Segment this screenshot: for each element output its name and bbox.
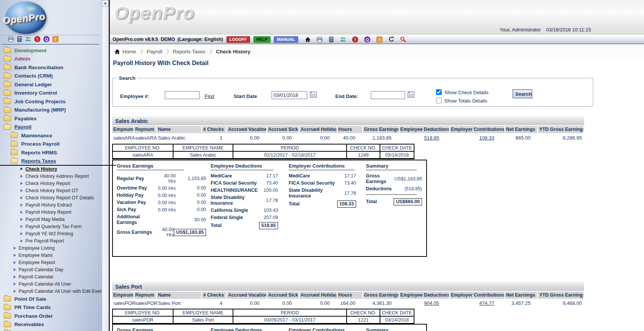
sidebar-item-point-of-sale[interactable]: Point Of Sale	[0, 295, 102, 303]
sidebar-item-payroll-ye-w2-printing[interactable]: Payroll YE W2 Printing	[0, 230, 102, 237]
printer-icon[interactable]	[316, 36, 323, 43]
boxed-total: US$665.00	[394, 198, 422, 205]
table-cell: 0.00	[267, 300, 299, 307]
sidebar-item-pr-time-cards[interactable]: PR Time Cards	[0, 303, 102, 312]
breadcrumb-item-home[interactable]: Home	[114, 49, 136, 54]
question-icon[interactable]: Q	[43, 36, 50, 42]
end-date-input[interactable]	[371, 91, 405, 99]
sidebar-item-label: Development	[14, 48, 47, 53]
help-button[interactable]: HELP	[253, 36, 270, 43]
check-cell: 03/14/2018	[380, 151, 414, 159]
detail-label: Holiday Pay	[117, 193, 156, 198]
section-title: Sales Port	[115, 284, 142, 290]
toolbar-icons: !Q!	[305, 36, 406, 43]
drill-down-link[interactable]: 518.85	[424, 135, 439, 141]
sidebar-item-inventory-control[interactable]: Inventory Control	[0, 89, 102, 98]
alert-icon[interactable]: !	[34, 36, 41, 42]
sidebar-item-check-history-report[interactable]: Check History Report	[0, 180, 102, 187]
detail-amount: 0.00	[176, 207, 206, 213]
sidebar-item-payroll-calendar-day[interactable]: Payroll Calendar Day	[0, 266, 102, 273]
manual-button[interactable]: MANUAL	[274, 36, 298, 43]
table-cell: 0.00	[300, 134, 337, 141]
sidebar-item-admin[interactable]: Admin	[0, 55, 102, 64]
sidebar-item-employee-listing[interactable]: Employee Listing	[0, 244, 102, 252]
sidebar-item-payables[interactable]: Payables	[0, 114, 102, 123]
summary-divider	[366, 194, 417, 195]
question-icon[interactable]: Q	[364, 36, 370, 43]
home-icon[interactable]	[305, 37, 311, 42]
sidebar-item-pre-payroll-report[interactable]: Pre Payroll Report	[0, 237, 102, 244]
sidebar-item-label: Check History Report OT Details	[25, 195, 94, 200]
sidebar-item-bank-reconciliation[interactable]: Bank Reconciliation	[0, 63, 102, 72]
folder-icon	[4, 313, 11, 319]
sidebar-item-payroll-calendar[interactable]: Payroll Calendar	[0, 273, 102, 280]
sidebar-item-label: Payables	[14, 116, 37, 121]
sidebar-item-check-history-report-ot[interactable]: Check History Report OT	[0, 187, 102, 194]
sidebar-item-purchase-order[interactable]: Purchase Order	[0, 312, 102, 320]
sidebar-item-contacts-crm-[interactable]: Contacts (CRM)	[0, 72, 102, 81]
sidebar-item-job-costing-projects[interactable]: Job Costing Projects	[0, 97, 102, 106]
calculator-icon[interactable]	[328, 37, 334, 42]
breadcrumb-item-check-history[interactable]: Check History	[216, 49, 250, 54]
sidebar-item-receivables[interactable]: Receivables	[0, 320, 102, 329]
folder-icon	[4, 90, 11, 96]
printer-icon[interactable]	[8, 36, 14, 42]
sidebar-item-manufacturing-mrp-[interactable]: Manufacturing (MRP)	[0, 106, 102, 115]
sidebar-item[interactable]	[0, 329, 102, 331]
sidebar-item-payroll-quarterly-tax-form[interactable]: Payroll Quarterly Tax Form	[0, 223, 102, 230]
sidebar-item-reports-taxes[interactable]: Reports Taxes	[0, 157, 102, 166]
calendar-icon[interactable]	[310, 91, 317, 99]
sidebar-item-process-payroll[interactable]: Process Payroll	[0, 140, 102, 149]
drill-down-link[interactable]: 108.33	[479, 135, 494, 141]
breadcrumb-label: Check History	[216, 49, 250, 54]
sidebar-item-check-history[interactable]: Check History	[0, 165, 102, 172]
breadcrumb-item-payroll[interactable]: Payroll	[147, 49, 162, 54]
breadcrumb-item-reports-taxes[interactable]: Reports Taxes	[173, 49, 205, 54]
users-icon[interactable]	[25, 36, 31, 42]
drill-down-link[interactable]: 904.05	[424, 300, 439, 306]
detail-amount: US$1,183.85	[394, 176, 422, 182]
users-icon[interactable]	[340, 36, 346, 43]
drill-down-link[interactable]: 474.77	[479, 300, 494, 306]
sidebar-item-payroll-history-extract[interactable]: Payroll History Extract	[0, 201, 102, 208]
sidebar-item-label: Payroll Calendar Day	[19, 267, 63, 272]
breadcrumb-label: Payroll	[147, 49, 162, 54]
folder-icon	[4, 65, 11, 70]
scroll-up-arrow-icon[interactable]	[102, 0, 109, 6]
show-totals-details-checkbox[interactable]	[436, 98, 442, 103]
detail-column-deductions: Employee DeductionsMediCare17.17FICA Soc…	[211, 163, 278, 231]
sidebar-item-check-history-address-report[interactable]: Check History Address Report	[0, 172, 102, 180]
refresh-icon[interactable]	[388, 36, 394, 42]
sidebar-item-payroll[interactable]: Payroll	[0, 123, 102, 132]
sidebar-item-employee-maint[interactable]: Employee Maint	[0, 252, 102, 259]
search-icon[interactable]	[400, 36, 406, 42]
sidebar-item-maintenance[interactable]: Maintenance	[0, 131, 102, 140]
sidebar-item-employee-report[interactable]: Employee Report	[0, 259, 102, 266]
logoff-button[interactable]: LOGOFF	[227, 36, 250, 43]
openpro-logo[interactable]: OpenPro	[5, 2, 46, 34]
sidebar-item-development[interactable]: Development	[0, 46, 102, 55]
alert-icon[interactable]: !	[352, 36, 358, 43]
sidebar-item-payroll-calendar-all-user[interactable]: Payroll Calendar All User	[0, 280, 102, 287]
find-link[interactable]: Find	[205, 93, 214, 99]
detail-column-header: Employer Contributions	[289, 327, 355, 331]
search-button[interactable]: Search	[513, 89, 532, 98]
start-date-input[interactable]	[272, 91, 307, 99]
show-check-details-checkbox[interactable]	[436, 89, 442, 95]
sidebar-item-payroll-calendar-all-user-with-edit-event[interactable]: Payroll Calendar All User with Edit Even…	[0, 287, 102, 295]
detail-amount: 1,153.85	[176, 176, 206, 182]
sidebar-item-payroll-history-report[interactable]: Payroll History Report	[0, 208, 102, 216]
employee-number-input[interactable]	[165, 91, 200, 99]
sidebar-item-reports-hrms[interactable]: Reports HRMS	[0, 148, 102, 157]
sidebar-item-label: Payroll Mag Media	[25, 217, 65, 222]
calendar-icon[interactable]	[408, 91, 414, 99]
info-icon[interactable]: !	[52, 36, 59, 42]
info-icon[interactable]: !	[376, 36, 383, 43]
boxed-total: 108.33	[337, 200, 356, 208]
detail-row: State Disability Insurance17.76	[289, 188, 356, 199]
detail-row: Gross Earnings40.00 HrsUS$1,183.85	[117, 227, 206, 238]
sidebar-item-payroll-mag-media[interactable]: Payroll Mag Media	[0, 216, 102, 223]
sidebar-item-check-history-report-ot-details[interactable]: Check History Report OT Details	[0, 194, 102, 201]
calculator-icon[interactable]	[17, 36, 22, 42]
sidebar-item-general-ledger[interactable]: General Ledger	[0, 80, 102, 89]
